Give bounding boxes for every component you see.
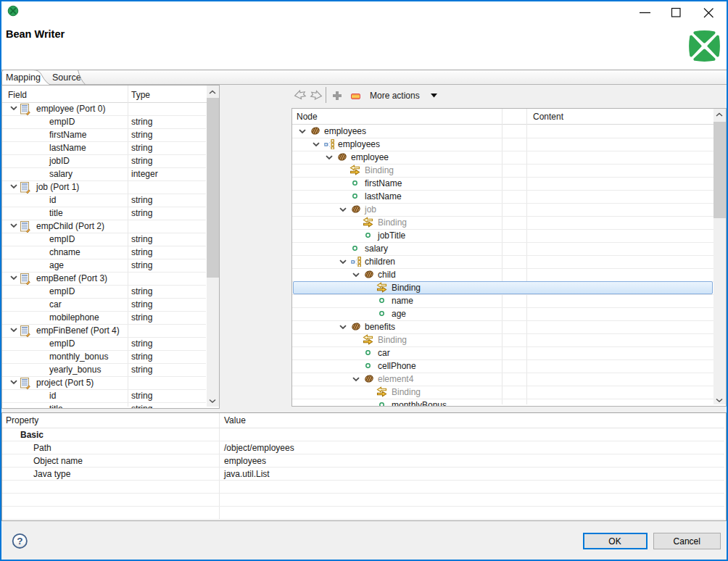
svg-text:?: ? bbox=[17, 536, 22, 547]
